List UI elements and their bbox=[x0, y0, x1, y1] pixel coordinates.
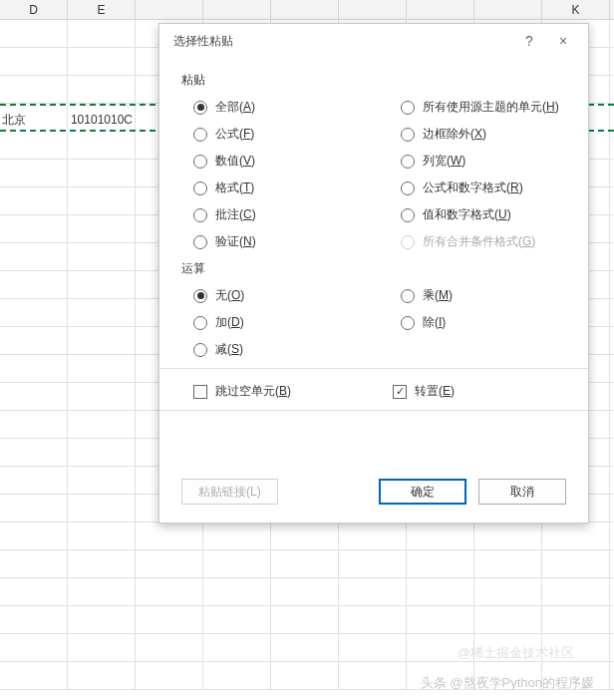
col-header[interactable]: D bbox=[0, 0, 68, 19]
radio-label: 所有合并条件格式(G) bbox=[423, 233, 535, 250]
paste-option-formulas[interactable]: 公式(F) bbox=[193, 126, 393, 143]
paste-option-formats[interactable]: 格式(T) bbox=[193, 179, 393, 196]
operation-option-subtract[interactable]: 减(S) bbox=[193, 341, 393, 358]
watermark-text: @稀土掘金技术社区 bbox=[458, 644, 574, 662]
cell[interactable]: 北京 bbox=[0, 106, 68, 130]
radio-icon bbox=[401, 316, 415, 330]
col-header[interactable] bbox=[203, 0, 271, 19]
radio-label: 全部(A) bbox=[215, 99, 255, 116]
help-button[interactable]: ? bbox=[512, 24, 546, 58]
radio-label: 边框除外(X) bbox=[423, 126, 486, 143]
paste-option-merged: 所有合并条件格式(G) bbox=[401, 233, 600, 250]
col-header[interactable]: K bbox=[542, 0, 610, 19]
col-header[interactable] bbox=[407, 0, 474, 19]
radio-icon bbox=[193, 155, 207, 169]
col-header[interactable] bbox=[474, 0, 542, 19]
operation-option-add[interactable]: 加(D) bbox=[193, 314, 393, 331]
paste-option-using_theme[interactable]: 所有使用源主题的单元(H) bbox=[401, 99, 600, 116]
dialog-title: 选择性粘贴 bbox=[173, 33, 233, 50]
radio-icon bbox=[193, 289, 207, 303]
paste-options: 全部(A)所有使用源主题的单元(H)公式(F)边框除外(X)数值(V)列宽(W)… bbox=[181, 99, 566, 250]
radio-label: 列宽(W) bbox=[423, 153, 465, 170]
radio-label: 数值(V) bbox=[215, 153, 255, 170]
radio-label: 批注(C) bbox=[215, 206, 256, 223]
operation-option-divide[interactable]: 除(I) bbox=[401, 314, 600, 331]
radio-label: 除(I) bbox=[423, 314, 446, 331]
checkbox-icon bbox=[393, 385, 407, 399]
operation-options: 无(O)乘(M)加(D)除(I)减(S) bbox=[181, 287, 566, 358]
radio-icon bbox=[193, 101, 207, 115]
operation-group-label: 运算 bbox=[181, 260, 566, 277]
transpose-checkbox[interactable]: 转置(E) bbox=[393, 383, 592, 400]
radio-icon bbox=[401, 181, 415, 195]
paste-option-values[interactable]: 数值(V) bbox=[193, 153, 393, 170]
radio-label: 乘(M) bbox=[423, 287, 453, 304]
col-header[interactable] bbox=[339, 0, 407, 19]
radio-label: 所有使用源主题的单元(H) bbox=[423, 99, 559, 116]
radio-icon bbox=[401, 101, 415, 115]
radio-label: 减(S) bbox=[215, 341, 243, 358]
close-button[interactable]: × bbox=[546, 24, 580, 58]
radio-label: 无(O) bbox=[215, 287, 244, 304]
paste-option-comments[interactable]: 批注(C) bbox=[193, 206, 393, 223]
radio-icon bbox=[401, 155, 415, 169]
radio-icon bbox=[193, 235, 207, 249]
radio-label: 值和数字格式(U) bbox=[423, 206, 511, 223]
col-header[interactable] bbox=[136, 0, 203, 19]
radio-label: 加(D) bbox=[215, 314, 244, 331]
paste-option-formula_num[interactable]: 公式和数字格式(R) bbox=[401, 179, 600, 196]
radio-icon bbox=[193, 181, 207, 195]
paste-option-validation[interactable]: 验证(N) bbox=[193, 233, 393, 250]
operation-option-multiply[interactable]: 乘(M) bbox=[401, 287, 600, 304]
cancel-button[interactable]: 取消 bbox=[478, 479, 566, 505]
checkbox-icon bbox=[193, 385, 207, 399]
radio-icon bbox=[401, 289, 415, 303]
column-headers: D E K bbox=[0, 0, 614, 20]
paste-link-button[interactable]: 粘贴链接(L) bbox=[181, 479, 278, 505]
ok-button[interactable]: 确定 bbox=[379, 479, 466, 505]
paste-option-except_borders[interactable]: 边框除外(X) bbox=[401, 126, 600, 143]
paste-group-label: 粘贴 bbox=[181, 72, 566, 89]
paste-option-col_width[interactable]: 列宽(W) bbox=[401, 153, 600, 170]
radio-icon bbox=[193, 343, 207, 357]
paste-option-all[interactable]: 全部(A) bbox=[193, 99, 393, 116]
skip-blanks-label: 跳过空单元(B) bbox=[215, 383, 291, 400]
radio-label: 格式(T) bbox=[215, 179, 254, 196]
radio-label: 公式(F) bbox=[215, 126, 254, 143]
watermark-text: 头条 @熬夜学Python的程序媛 bbox=[421, 674, 594, 692]
transpose-label: 转置(E) bbox=[415, 383, 455, 400]
radio-icon bbox=[193, 208, 207, 222]
radio-label: 验证(N) bbox=[215, 233, 256, 250]
radio-icon bbox=[401, 235, 415, 249]
col-header[interactable]: E bbox=[68, 0, 136, 19]
cell[interactable]: 10101010C bbox=[68, 106, 136, 130]
paste-special-dialog: 选择性粘贴 ? × 粘贴 全部(A)所有使用源主题的单元(H)公式(F)边框除外… bbox=[158, 23, 589, 524]
radio-icon bbox=[401, 128, 415, 142]
col-header[interactable] bbox=[271, 0, 339, 19]
radio-icon bbox=[401, 208, 415, 222]
radio-label: 公式和数字格式(R) bbox=[423, 179, 523, 196]
dialog-titlebar[interactable]: 选择性粘贴 ? × bbox=[159, 24, 588, 58]
operation-option-none[interactable]: 无(O) bbox=[193, 287, 393, 304]
paste-option-value_num[interactable]: 值和数字格式(U) bbox=[401, 206, 600, 223]
radio-icon bbox=[193, 316, 207, 330]
skip-blanks-checkbox[interactable]: 跳过空单元(B) bbox=[193, 383, 393, 400]
radio-icon bbox=[193, 128, 207, 142]
